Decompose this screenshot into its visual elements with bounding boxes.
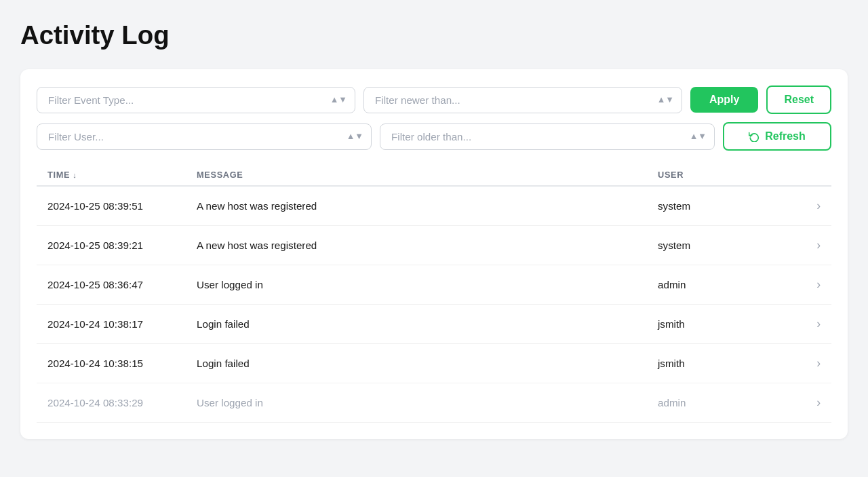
chevron-right-icon: › — [793, 278, 821, 292]
user-filter-wrapper: Filter User... ▲▼ — [37, 123, 372, 150]
cell-message: A new host was registered — [197, 200, 658, 212]
col-header-user: USER — [658, 170, 793, 180]
cell-time: 2024-10-24 10:38:15 — [47, 358, 197, 369]
cell-time: 2024-10-24 10:38:17 — [47, 318, 197, 330]
table-row[interactable]: 2024-10-24 10:38:17 Login failed jsmith … — [37, 305, 831, 344]
sort-arrow-icon: ↓ — [73, 171, 77, 179]
refresh-label: Refresh — [765, 130, 806, 142]
activity-table: TIME ↓ MESSAGE USER 2024-10-25 08:39:51 … — [37, 164, 831, 423]
cell-user: system — [658, 200, 793, 212]
table-header: TIME ↓ MESSAGE USER — [37, 164, 831, 187]
chevron-right-icon: › — [793, 199, 821, 213]
main-card: Filter Event Type... ▲▼ Filter newer tha… — [20, 69, 848, 439]
chevron-right-icon: › — [793, 396, 821, 410]
cell-time: 2024-10-25 08:36:47 — [47, 279, 197, 290]
cell-user: admin — [658, 397, 793, 408]
user-filter[interactable]: Filter User... — [37, 123, 372, 150]
older-than-filter-wrapper: Filter older than... ▲▼ — [380, 123, 715, 150]
event-type-filter-wrapper: Filter Event Type... ▲▼ — [37, 87, 355, 113]
cell-time: 2024-10-25 08:39:51 — [47, 200, 197, 212]
apply-button[interactable]: Apply — [690, 87, 758, 113]
cell-message: User logged in — [197, 397, 658, 408]
filter-row-1: Filter Event Type... ▲▼ Filter newer tha… — [37, 85, 831, 114]
filter-row-2: Filter User... ▲▼ Filter older than... ▲… — [37, 122, 831, 151]
refresh-icon — [749, 131, 760, 142]
refresh-button[interactable]: Refresh — [723, 122, 831, 151]
chevron-right-icon: › — [793, 238, 821, 252]
cell-message: User logged in — [197, 279, 658, 290]
cell-time: 2024-10-25 08:39:21 — [47, 240, 197, 251]
table-row[interactable]: 2024-10-25 08:39:21 A new host was regis… — [37, 226, 831, 265]
cell-user: jsmith — [658, 358, 793, 369]
cell-message: Login failed — [197, 358, 658, 369]
cell-message: A new host was registered — [197, 240, 658, 251]
table-body: 2024-10-25 08:39:51 A new host was regis… — [37, 187, 831, 423]
reset-button[interactable]: Reset — [766, 85, 831, 114]
table-row[interactable]: 2024-10-24 10:38:15 Login failed jsmith … — [37, 344, 831, 383]
cell-user: system — [658, 240, 793, 251]
cell-user: jsmith — [658, 318, 793, 330]
cell-time: 2024-10-24 08:33:29 — [47, 397, 197, 408]
older-than-filter[interactable]: Filter older than... — [380, 123, 715, 150]
table-row[interactable]: 2024-10-24 08:33:29 User logged in admin… — [37, 383, 831, 423]
chevron-right-icon: › — [793, 317, 821, 331]
newer-than-filter-wrapper: Filter newer than... ▲▼ — [363, 87, 682, 113]
col-header-time: TIME ↓ — [47, 170, 197, 180]
event-type-filter[interactable]: Filter Event Type... — [37, 87, 355, 113]
col-header-message: MESSAGE — [197, 170, 658, 180]
chevron-right-icon: › — [793, 356, 821, 370]
cell-message: Login failed — [197, 318, 658, 330]
table-row[interactable]: 2024-10-25 08:39:51 A new host was regis… — [37, 187, 831, 226]
page-title: Activity Log — [20, 20, 848, 50]
cell-user: admin — [658, 279, 793, 290]
newer-than-filter[interactable]: Filter newer than... — [363, 87, 682, 113]
table-row[interactable]: 2024-10-25 08:36:47 User logged in admin… — [37, 265, 831, 305]
